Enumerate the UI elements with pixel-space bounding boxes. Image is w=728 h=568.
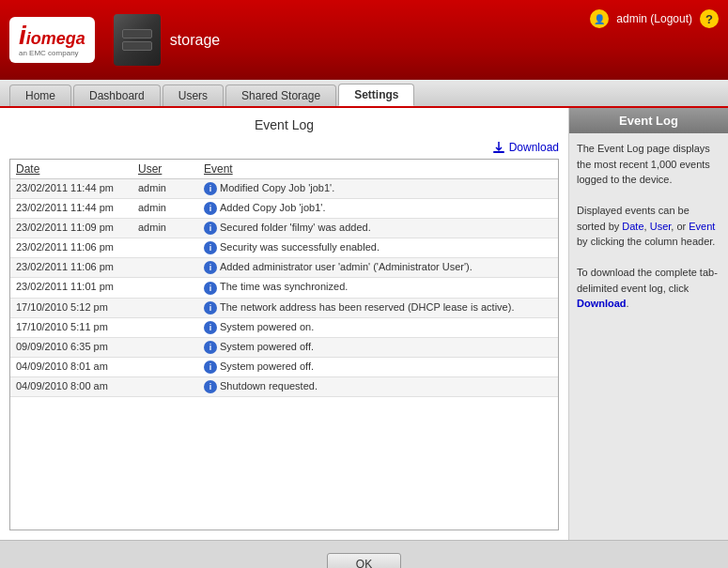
col-header-date[interactable]: Date bbox=[10, 160, 132, 179]
svg-rect-1 bbox=[493, 151, 504, 153]
info-icon: i bbox=[204, 222, 217, 235]
cell-date: 23/02/2011 11:01 pm bbox=[10, 278, 132, 298]
logo-area: i iomega an EMC company bbox=[9, 17, 95, 64]
sidebar-para3-prefix: To download the complete tab-delimited e… bbox=[577, 267, 718, 294]
cell-user bbox=[132, 278, 198, 298]
download-label: Download bbox=[509, 141, 559, 154]
table-row: 04/09/2010 8:01 amiSystem powered off. bbox=[10, 357, 558, 376]
sidebar-para2-mid2: , or bbox=[671, 221, 689, 232]
sidebar-para2-link2[interactable]: User bbox=[650, 221, 672, 232]
cell-date: 23/02/2011 11:06 pm bbox=[10, 238, 132, 258]
cell-event: iSystem powered off. bbox=[198, 357, 558, 376]
sidebar-body: The Event Log page displays the most rec… bbox=[569, 133, 728, 319]
tab-settings[interactable]: Settings bbox=[338, 84, 414, 106]
sidebar: Event Log The Event Log page displays th… bbox=[568, 108, 728, 540]
cell-user bbox=[132, 357, 198, 376]
event-log-table: Date User Event 23/02/2011 11:44 pmadmin… bbox=[10, 160, 558, 397]
download-icon bbox=[491, 140, 506, 155]
table-row: 04/09/2010 8:00 amiShutdown requested. bbox=[10, 376, 558, 396]
toolbar: Download bbox=[9, 140, 559, 155]
cell-event: iSecured folder 'filmy' was added. bbox=[198, 219, 558, 238]
sidebar-para2: Displayed events can be sorted by Date, … bbox=[577, 203, 720, 250]
tab-users[interactable]: Users bbox=[163, 84, 224, 106]
table-row: 09/09/2010 6:35 pmiSystem powered off. bbox=[10, 337, 558, 357]
header-right: 👤 admin (Logout) ? bbox=[590, 9, 719, 28]
info-icon: i bbox=[204, 301, 217, 315]
cell-date: 04/09/2010 8:00 am bbox=[10, 376, 132, 396]
content-area: Event Log Download Date User Event bbox=[0, 108, 568, 540]
cell-date: 09/09/2010 6:35 pm bbox=[10, 337, 132, 357]
col-header-user[interactable]: User bbox=[132, 160, 198, 179]
table-row: 23/02/2011 11:06 pmiAdded administrator … bbox=[10, 258, 558, 278]
device-area: storage bbox=[114, 14, 220, 66]
device-icon bbox=[114, 14, 161, 66]
sidebar-para3-suffix: . bbox=[627, 298, 629, 309]
nav-bar: Home Dashboard Users Shared Storage Sett… bbox=[0, 80, 728, 108]
sidebar-para3: To download the complete tab-delimited e… bbox=[577, 265, 720, 312]
cell-event: iSystem powered off. bbox=[198, 337, 558, 357]
sidebar-para2-suffix: by clicking the column header. bbox=[577, 236, 715, 247]
cell-user: admin bbox=[132, 219, 198, 238]
cell-user bbox=[132, 317, 198, 337]
logo-box: i iomega an EMC company bbox=[9, 17, 95, 64]
table-row: 23/02/2011 11:44 pmadminiModified Copy J… bbox=[10, 179, 558, 199]
table-row: 17/10/2010 5:12 pmiThe network address h… bbox=[10, 298, 558, 317]
table-row: 23/02/2011 11:09 pmadminiSecured folder … bbox=[10, 219, 558, 238]
tab-home[interactable]: Home bbox=[9, 84, 71, 106]
cell-date: 23/02/2011 11:44 pm bbox=[10, 199, 132, 219]
cell-event: iAdded Copy Job 'job1'. bbox=[198, 199, 558, 219]
device-name: storage bbox=[170, 32, 220, 49]
cell-user bbox=[132, 376, 198, 396]
cell-user bbox=[132, 337, 198, 357]
cell-event: iThe network address has been reserved (… bbox=[198, 298, 558, 317]
cell-date: 23/02/2011 11:06 pm bbox=[10, 258, 132, 278]
sidebar-header: Event Log bbox=[569, 108, 728, 133]
table-row: 23/02/2011 11:06 pmiSecurity was success… bbox=[10, 238, 558, 258]
info-icon: i bbox=[204, 202, 217, 215]
cell-event: iModified Copy Job 'job1'. bbox=[198, 179, 558, 199]
main-area: Event Log Download Date User Event bbox=[0, 108, 728, 540]
col-header-event[interactable]: Event bbox=[198, 160, 558, 179]
info-icon: i bbox=[204, 182, 217, 195]
table-row: 17/10/2010 5:11 pmiSystem powered on. bbox=[10, 317, 558, 337]
cell-event: iSystem powered on. bbox=[198, 317, 558, 337]
page-title: Event Log bbox=[9, 117, 559, 132]
help-button[interactable]: ? bbox=[700, 9, 719, 28]
info-icon: i bbox=[204, 282, 217, 295]
logo-emc: an EMC company bbox=[19, 49, 79, 58]
footer: OK bbox=[0, 540, 728, 568]
info-icon: i bbox=[204, 321, 217, 334]
cell-event: iShutdown requested. bbox=[198, 376, 558, 396]
cell-user bbox=[132, 238, 198, 258]
sidebar-para3-link[interactable]: Download bbox=[577, 298, 627, 309]
cell-date: 17/10/2010 5:11 pm bbox=[10, 317, 132, 337]
admin-user-label[interactable]: admin (Logout) bbox=[616, 12, 692, 25]
info-icon: i bbox=[204, 380, 217, 393]
sidebar-para2-link3[interactable]: Event bbox=[689, 221, 715, 232]
tab-dashboard[interactable]: Dashboard bbox=[73, 84, 161, 106]
cell-user: admin bbox=[132, 179, 198, 199]
logo-i-letter: i bbox=[19, 23, 26, 49]
tab-shared-storage[interactable]: Shared Storage bbox=[225, 84, 336, 106]
sidebar-para2-link1[interactable]: Date bbox=[622, 221, 643, 232]
cell-user bbox=[132, 298, 198, 317]
cell-event: iAdded administrator user 'admin' ('Admi… bbox=[198, 258, 558, 278]
cell-event: iThe time was synchronized. bbox=[198, 278, 558, 298]
event-log-table-container[interactable]: Date User Event 23/02/2011 11:44 pmadmin… bbox=[9, 159, 559, 530]
cell-date: 04/09/2010 8:01 am bbox=[10, 357, 132, 376]
ok-button[interactable]: OK bbox=[327, 553, 401, 569]
cell-user: admin bbox=[132, 199, 198, 219]
info-icon: i bbox=[204, 261, 217, 274]
cell-event: iSecurity was successfully enabled. bbox=[198, 238, 558, 258]
header: i iomega an EMC company storage 👤 admin … bbox=[0, 0, 728, 80]
info-icon: i bbox=[204, 361, 217, 374]
sidebar-para1: The Event Log page displays the most rec… bbox=[577, 141, 720, 188]
table-row: 23/02/2011 11:01 pmiThe time was synchro… bbox=[10, 278, 558, 298]
download-button[interactable]: Download bbox=[491, 140, 559, 155]
info-icon: i bbox=[204, 341, 217, 354]
cell-date: 23/02/2011 11:44 pm bbox=[10, 179, 132, 199]
table-row: 23/02/2011 11:44 pmadminiAdded Copy Job … bbox=[10, 199, 558, 219]
info-icon: i bbox=[204, 241, 217, 254]
user-avatar-icon: 👤 bbox=[590, 9, 609, 28]
cell-date: 23/02/2011 11:09 pm bbox=[10, 219, 132, 238]
